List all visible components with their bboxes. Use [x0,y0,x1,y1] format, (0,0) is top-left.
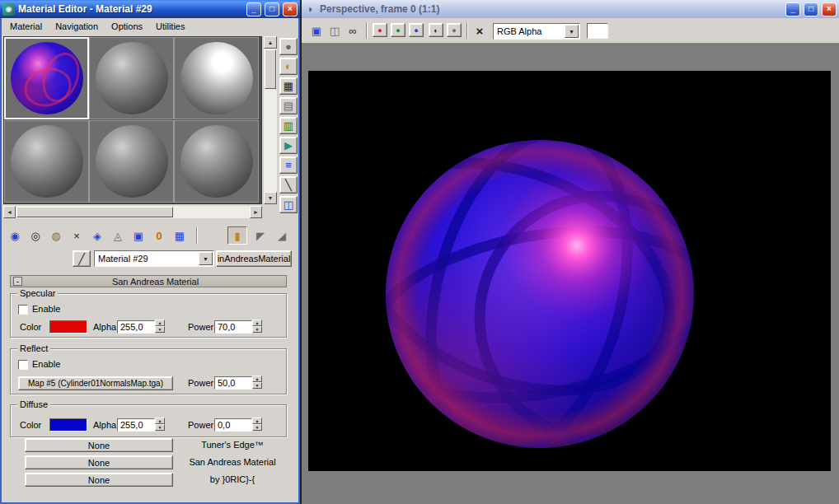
pick-material-button[interactable]: ╱ [73,250,91,267]
spinner-up-icon[interactable]: ▲ [155,320,165,326]
render-window-titlebar[interactable]: ◗ Perspective, frame 0 (1:1) _ □ × [302,0,839,18]
reflect-power-field[interactable]: 50,0 [214,376,252,390]
blue-channel-button[interactable]: ● [409,23,424,37]
reflect-map-label: Map #5 (Cylinder01NormalsMap.tga) [28,379,163,388]
scroll-up-button[interactable]: ▲ [264,36,277,49]
specular-alpha-field[interactable]: 255,0 [117,320,155,334]
make-material-copy-button[interactable]: ◈ [87,226,107,245]
scrollbar-thumb[interactable] [16,207,173,217]
select-by-material-button[interactable]: ╲ [279,176,298,194]
material-slot-active[interactable] [4,37,89,119]
make-unique-button[interactable]: ◬ [108,226,128,245]
get-material-button[interactable]: ◉ [5,226,25,245]
diffuse-alpha-spinner[interactable]: ▲ ▼ [155,418,165,432]
reset-map-button[interactable]: × [67,226,87,245]
show-end-result-button[interactable]: ▮ [227,226,247,245]
alpha-channel-button[interactable]: ◐ [429,23,443,37]
show-map-in-viewport-button[interactable]: ▦ [170,226,190,245]
close-button[interactable]: × [283,2,298,16]
scroll-left-button[interactable]: ◄ [3,206,16,218]
monochrome-button[interactable]: ● [447,23,462,37]
material-slot[interactable] [89,120,174,203]
diffuse-power-spinner[interactable]: ▲ ▼ [252,418,262,432]
make-preview-button[interactable]: ▶ [279,137,298,154]
backlight-button[interactable]: ◐ [279,58,298,75]
find-region-button[interactable]: ∞ [345,22,361,39]
specular-power-spinner[interactable]: ▲ ▼ [252,320,262,334]
background-button[interactable]: ▦ [279,77,298,95]
minimize-button[interactable]: _ [785,2,800,16]
sample-type-button[interactable]: ● [279,38,298,55]
reflect-map-button[interactable]: Map #5 (Cylinder01NormalsMap.tga) [18,376,173,390]
specular-power-field[interactable]: 70,0 [214,320,252,334]
spinner-down-icon[interactable]: ▼ [252,326,262,333]
color-swatch[interactable] [587,23,608,39]
map-slot-button-2[interactable]: None [25,455,173,469]
chevron-down-icon[interactable]: ▼ [199,252,213,265]
reflect-enable-checkbox[interactable] [18,360,28,370]
rollout-header[interactable]: - San Andreas Material [10,275,287,287]
go-forward-to-sibling-button[interactable]: ◢ [272,226,292,245]
map-slot-button-3[interactable]: None [25,473,173,487]
diffuse-alpha-field[interactable]: 255,0 [117,418,155,432]
rollout-collapse-button[interactable]: - [13,277,22,286]
maximize-button[interactable]: □ [804,2,818,16]
put-to-library-button[interactable]: ▣ [129,226,148,245]
material-id-channel-button[interactable]: 0 [149,226,169,245]
material-editor-titlebar[interactable]: ◉ Material Editor - Material #29 _ □ × [0,0,300,18]
scroll-right-button[interactable]: ► [250,206,262,218]
specular-alpha-spinner[interactable]: ▲ ▼ [155,320,165,334]
map-slot-label: None [88,475,110,485]
reflect-power-spinner[interactable]: ▲ ▼ [252,376,262,390]
maximize-button[interactable]: □ [265,2,279,16]
slots-horizontal-scrollbar[interactable] [16,206,250,218]
spinner-down-icon[interactable]: ▼ [252,424,262,431]
map-slot-button-1[interactable]: None [25,438,173,452]
diffuse-color-swatch[interactable] [49,418,87,432]
minimize-button[interactable]: _ [246,2,261,16]
specular-enable-checkbox[interactable] [18,305,28,315]
clone-window-button[interactable]: ◫ [326,22,343,39]
menu-utilities[interactable]: Utilities [149,20,191,33]
assign-material-button[interactable]: ◍ [46,226,66,245]
go-to-parent-button[interactable]: ◤ [251,226,270,245]
material-slot[interactable] [89,37,174,119]
spinner-down-icon[interactable]: ▼ [155,326,165,333]
spinner-up-icon[interactable]: ▲ [252,376,262,382]
material-sphere-preview [11,42,83,114]
options-button[interactable]: ≡ [279,156,298,174]
spinner-up-icon[interactable]: ▲ [155,418,165,424]
diffuse-power-field[interactable]: 0,0 [214,418,252,432]
reflect-group-label: Reflect [17,343,50,353]
material-name-combo[interactable]: Material #29 ▼ [94,250,214,267]
clear-button[interactable]: × [471,22,488,39]
specular-enable-label: Enable [32,304,60,314]
chevron-down-icon[interactable]: ▼ [565,25,579,38]
sample-uv-tiling-button[interactable]: ▤ [279,97,298,114]
material-slot[interactable] [4,120,89,203]
save-bitmap-button[interactable]: ▣ [308,22,325,39]
channel-display-combo[interactable]: RGB Alpha ▼ [493,23,580,40]
slots-vertical-scrollbar[interactable] [264,49,277,192]
spinner-down-icon[interactable]: ▼ [155,424,165,431]
menu-options[interactable]: Options [105,20,149,33]
red-channel-button[interactable]: ● [373,23,387,37]
material-map-navigator-button[interactable]: ◫ [279,196,298,213]
video-color-check-button[interactable]: ▥ [279,117,298,134]
material-slot[interactable] [174,37,259,119]
menu-material[interactable]: Material [3,20,49,33]
specular-color-swatch[interactable] [49,320,87,334]
get-material-icon: ◉ [10,230,19,242]
put-material-to-scene-button[interactable]: ◎ [26,226,45,245]
menu-navigation[interactable]: Navigation [49,20,105,33]
material-type-button[interactable]: inAndreasMaterial [216,250,292,267]
spinner-up-icon[interactable]: ▲ [252,320,262,326]
spinner-down-icon[interactable]: ▼ [252,382,262,389]
spinner-up-icon[interactable]: ▲ [252,418,262,424]
material-slot[interactable] [174,120,259,203]
scrollbar-thumb[interactable] [265,49,276,89]
scroll-down-button[interactable]: ▼ [264,192,277,204]
close-button[interactable]: × [822,2,837,16]
green-channel-button[interactable]: ● [391,23,405,37]
diffuse-color-label: Color [20,420,41,430]
